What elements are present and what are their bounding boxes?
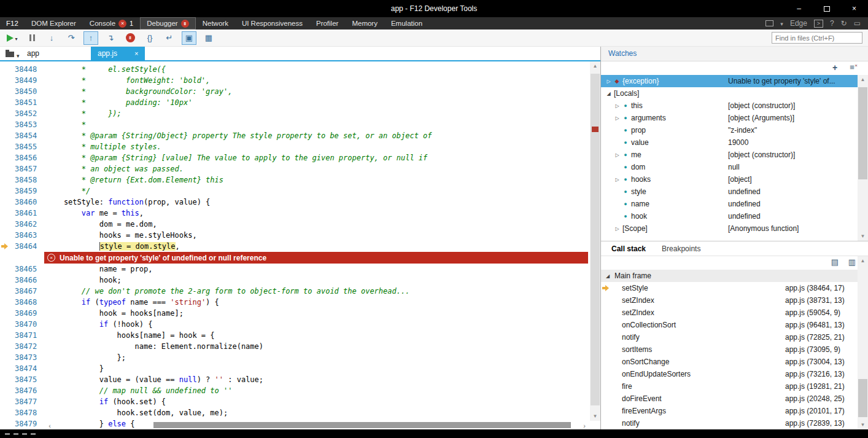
- breakpoint-gutter[interactable]: [0, 75, 9, 86]
- break-button[interactable]: [25, 31, 39, 45]
- callstack-frame[interactable]: setZIndexapp.js (59054, 9): [601, 307, 858, 319]
- breakpoint-gutter[interactable]: [0, 385, 9, 396]
- breakpoint-gutter[interactable]: [0, 119, 9, 130]
- just-my-code-button[interactable]: ▣: [182, 31, 196, 45]
- callstack-group-header[interactable]: Main frame: [601, 270, 858, 282]
- break-on-new-worker-button[interactable]: ↴: [103, 31, 118, 45]
- help-icon[interactable]: ?: [830, 19, 834, 28]
- expand-toggle-icon[interactable]: [613, 177, 621, 182]
- breakpoint-gutter[interactable]: [0, 418, 9, 429]
- breakpoint-gutter[interactable]: [0, 208, 9, 219]
- callstack-frame[interactable]: fireEventArgsapp.js (20101, 17): [601, 405, 858, 417]
- callstack-frame[interactable]: sortItemsapp.js (73095, 9): [601, 343, 858, 356]
- callstack-frame[interactable]: onEndUpdateSortersapp.js (73216, 13): [601, 368, 858, 380]
- breakpoint-gutter[interactable]: [0, 308, 9, 319]
- add-watch-icon[interactable]: [830, 63, 840, 74]
- tab-console[interactable]: Console1: [83, 17, 140, 29]
- watch-row-hook[interactable]: hookundefined: [601, 210, 858, 222]
- watch-row-value[interactable]: value19000: [601, 136, 858, 149]
- watch-row-prop[interactable]: prop"z-index": [601, 124, 858, 136]
- breakpoint-gutter[interactable]: [0, 275, 9, 286]
- breakpoint-gutter[interactable]: [0, 186, 9, 197]
- close-button[interactable]: ×: [840, 0, 868, 17]
- expand-toggle-icon[interactable]: [613, 103, 621, 109]
- watch-row-exception[interactable]: {exception}Unable to get property 'style…: [601, 75, 858, 87]
- scroll-down-icon[interactable]: [858, 233, 868, 239]
- watch-row-name[interactable]: nameundefined: [601, 198, 858, 210]
- tab-memory[interactable]: Memory: [345, 17, 384, 29]
- watch-row-style[interactable]: styleundefined: [601, 186, 858, 198]
- breakpoint-gutter[interactable]: [0, 363, 9, 374]
- callstack-options-icon[interactable]: [830, 257, 840, 268]
- scrollbar-thumb[interactable]: [591, 74, 600, 405]
- breakpoint-gutter[interactable]: [0, 197, 9, 208]
- tab-emulation[interactable]: Emulation: [384, 17, 429, 29]
- callstack-frame[interactable]: notifyapp.js (72825, 21): [601, 331, 858, 343]
- scrollbar-thumb[interactable]: [858, 87, 867, 179]
- expand-toggle-icon[interactable]: [605, 79, 613, 84]
- folder-icon[interactable]: [6, 52, 14, 57]
- scroll-up-icon[interactable]: [858, 77, 868, 82]
- breakpoint-gutter[interactable]: [0, 230, 9, 241]
- breakpoint-gutter[interactable]: [0, 352, 9, 363]
- breakpoint-gutter[interactable]: [0, 97, 9, 108]
- callstack-frame[interactable]: onCollectionSortapp.js (96481, 13): [601, 319, 858, 331]
- callstack-frame[interactable]: setStyleapp.js (38464, 17): [601, 282, 858, 294]
- expand-toggle-icon[interactable]: [613, 115, 621, 121]
- source-maps-button[interactable]: ▦: [201, 31, 216, 45]
- format-code-button[interactable]: {}: [142, 31, 157, 45]
- watch-row-dom[interactable]: domnull: [601, 161, 858, 173]
- breakpoint-gutter[interactable]: [0, 141, 9, 152]
- breakpoint-gutter[interactable]: [0, 163, 9, 174]
- watch-row-arguments[interactable]: arguments[object (Arguments)]: [601, 112, 858, 124]
- watch-row-hooks[interactable]: hooks[object]: [601, 173, 858, 186]
- breakpoint-gutter[interactable]: [0, 407, 9, 418]
- scrollbar-thumb[interactable]: [858, 379, 867, 417]
- callstack-frame[interactable]: fireapp.js (19281, 21): [601, 380, 858, 393]
- breakpoint-gutter[interactable]: [0, 174, 9, 186]
- step-over-button[interactable]: ↷: [64, 31, 79, 45]
- refresh-icon[interactable]: [841, 19, 847, 28]
- tab-debugger[interactable]: Debugger: [140, 17, 196, 29]
- exception-control-button[interactable]: [123, 31, 138, 45]
- breakpoint-gutter[interactable]: [0, 86, 9, 97]
- watch-row-this[interactable]: this[object (constructor)]: [601, 100, 858, 112]
- callstack-frame[interactable]: doFireEventapp.js (20248, 25): [601, 393, 858, 405]
- editor-vertical-scrollbar[interactable]: [590, 61, 600, 421]
- scroll-down-icon[interactable]: [590, 413, 600, 419]
- open-console-icon[interactable]: [814, 20, 823, 28]
- minimize-button[interactable]: –: [785, 0, 813, 17]
- expand-toggle-icon[interactable]: [605, 91, 613, 96]
- scrollbar-thumb[interactable]: [153, 422, 571, 428]
- breakpoint-gutter[interactable]: [0, 108, 9, 119]
- expand-toggle-icon[interactable]: [601, 273, 610, 279]
- breakpoint-gutter[interactable]: [0, 286, 9, 297]
- breakpoint-gutter[interactable]: [0, 330, 9, 341]
- breakpoint-gutter[interactable]: [0, 64, 9, 75]
- breakpoint-gutter[interactable]: [0, 319, 9, 330]
- breakpoint-gutter[interactable]: [0, 219, 9, 230]
- tab-breakpoints[interactable]: Breakpoints: [662, 244, 700, 253]
- breakpoint-gutter[interactable]: [0, 152, 9, 163]
- callstack-frame[interactable]: notifyapp.js (72839, 13): [601, 417, 858, 429]
- scroll-up-icon[interactable]: [590, 63, 600, 69]
- callstack-frame[interactable]: onSortChangeapp.js (73004, 13): [601, 356, 858, 368]
- file-tab-appjs[interactable]: app.js ×: [91, 47, 145, 60]
- watch-row-me[interactable]: me[object (constructor)]: [601, 149, 858, 161]
- breakpoint-gutter[interactable]: [0, 241, 9, 252]
- scroll-right-icon[interactable]: [581, 422, 588, 429]
- breakpoint-gutter[interactable]: [0, 130, 9, 141]
- target-display-icon[interactable]: [765, 20, 773, 26]
- maximize-button[interactable]: [813, 0, 840, 17]
- word-wrap-button[interactable]: ↵: [162, 31, 177, 45]
- folder-caret-icon[interactable]: [17, 49, 20, 60]
- step-into-button[interactable]: ↓: [44, 31, 59, 45]
- expand-toggle-icon[interactable]: [613, 226, 621, 232]
- callstack-frame[interactable]: setZIndexapp.js (38731, 13): [601, 294, 858, 307]
- scroll-up-icon[interactable]: [858, 258, 868, 264]
- continue-button[interactable]: [5, 31, 20, 45]
- find-input[interactable]: [772, 32, 862, 44]
- target-caret-icon[interactable]: [780, 20, 783, 27]
- close-tab-icon[interactable]: ×: [134, 50, 138, 57]
- watches-scrollbar[interactable]: [858, 75, 868, 241]
